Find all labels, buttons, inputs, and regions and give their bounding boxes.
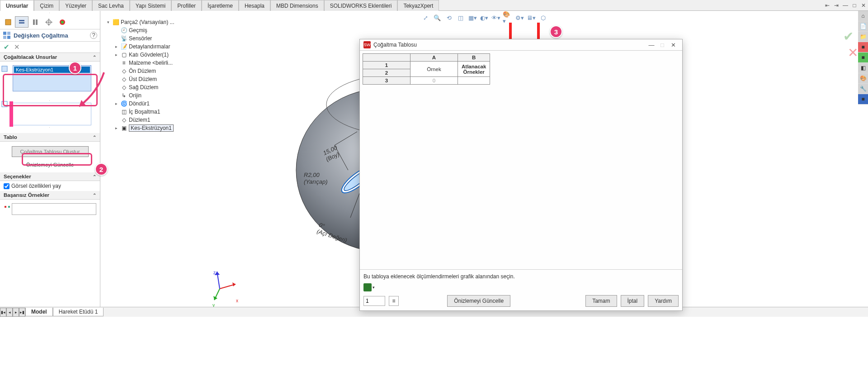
propagate-visual-checkbox[interactable] (4, 183, 9, 189)
taskpane-home-icon[interactable]: ⌂ (858, 11, 868, 21)
panel-drag-handle[interactable]: · (0, 11, 100, 15)
tree-item[interactable]: 🕘Geçmiş (114, 26, 185, 34)
failed-list[interactable] (12, 203, 96, 215)
tree-item[interactable]: ◫İç Boşaltma1 (114, 108, 185, 116)
tree-item[interactable]: ◇Ön Düzlem (114, 67, 185, 75)
dlg-cancel-button[interactable]: İptal (621, 295, 645, 307)
instance-count-stepper[interactable]: ≡ (389, 296, 399, 306)
taskpane-resources-icon[interactable]: 📄 (858, 21, 868, 31)
taskpane-appearances-icon[interactable]: 🎨 (858, 73, 868, 83)
list-resize-handle-2[interactable]: · (4, 125, 96, 129)
tree-item[interactable]: ◇Sağ Düzlem (114, 83, 185, 91)
dlg-update-preview-button[interactable]: Önizlemeyi Güncelle (447, 295, 510, 307)
tab-profiller[interactable]: Profiller (171, 0, 202, 11)
instance-count-input[interactable] (363, 296, 385, 306)
window-minimize-icon[interactable]: — (842, 2, 849, 9)
dim-yaricap[interactable]: R2,00(Yarıçap) (304, 172, 328, 185)
create-table-button[interactable]: Çoğaltma Tablosu Oluştur (12, 146, 89, 157)
tab-tekyaz[interactable]: TekyazXpert (397, 0, 439, 11)
col-a-head[interactable]: A (410, 54, 458, 62)
bottom-tab-model[interactable]: Model (25, 308, 53, 316)
tree-item[interactable]: ▸📝Detaylandırmalar (114, 43, 185, 51)
previous-view-icon[interactable]: ⟲ (444, 13, 454, 23)
view-orientation-icon[interactable]: ▦▾ (467, 13, 477, 23)
tab-mbd[interactable]: MBD Dimensions (270, 0, 324, 11)
collapse-caret-icon[interactable]: ⌃ (93, 55, 96, 60)
tab-eklentiler[interactable]: SOLIDWORKS Eklentileri (324, 0, 398, 11)
section-options-head[interactable]: Seçenekler ⌃ (0, 172, 100, 181)
edit-appearance-icon[interactable]: 🎨▾ (503, 13, 513, 23)
taskpane-item-icon[interactable]: ■ (858, 42, 868, 52)
collapse-caret-icon[interactable]: ⌃ (93, 193, 96, 198)
tree-item[interactable]: ↳Orijin (114, 91, 185, 100)
cell-atlanacak[interactable]: AtlanacakÖrnekler (458, 62, 490, 77)
tab-yapisistemi[interactable]: Yapı Sistemi (130, 0, 171, 11)
confirm-corner-ok-icon[interactable]: ✔ (843, 29, 854, 44)
view-selector-icon[interactable]: ⬡ (538, 13, 548, 23)
row-3-head[interactable]: 3 (363, 77, 410, 85)
window-close-icon[interactable]: ✕ (860, 2, 867, 9)
tree-item[interactable]: 📡Sensörler (114, 34, 185, 43)
tree-item[interactable]: ▸▢Katı Gövdeler(1) (114, 51, 185, 59)
tree-item[interactable]: ▸🌀Döndür1 (114, 100, 185, 108)
taskpane-forum-icon[interactable]: ■ (858, 94, 868, 104)
tab-hesapla[interactable]: Hesapla (239, 0, 270, 11)
nav-prev-icon[interactable]: ◂ (6, 308, 13, 317)
tree-item-selected[interactable]: ▸▣Kes-Ekstrüzyon1 (114, 124, 185, 132)
dialog-minimize-icon[interactable]: — (646, 42, 657, 48)
section-table-head[interactable]: Tablo ⌃ (0, 133, 100, 142)
ok-check-icon[interactable]: ✔ (4, 43, 9, 51)
panel-expand-icon[interactable]: ⇥ (833, 2, 840, 9)
config-manager-icon[interactable] (28, 16, 42, 28)
pattern-table[interactable]: A B 1 Örnek AtlanacakÖrnekler 2 3 0 (363, 53, 490, 85)
cell-b3[interactable] (458, 77, 490, 85)
property-manager-icon[interactable] (15, 16, 28, 28)
taskpane-design-library-icon[interactable]: 📁 (858, 32, 868, 42)
collapse-caret-icon[interactable]: ⌃ (93, 174, 96, 179)
section-view-icon[interactable]: ◫ (456, 13, 466, 23)
nav-next-icon[interactable]: ▸ (13, 308, 19, 317)
dlg-ok-button[interactable]: Tamam (585, 295, 617, 307)
display-style-icon[interactable]: ◐▾ (479, 13, 489, 23)
taskpane-custom-icon[interactable]: 🔧 (858, 84, 868, 94)
view-settings-icon[interactable]: 🖥▾ (526, 13, 536, 23)
zoom-fit-icon[interactable]: ⤢ (420, 13, 430, 23)
dlg-help-button[interactable]: Yardım (648, 295, 679, 307)
taskpane-item-icon[interactable]: ■ (858, 52, 868, 62)
nav-last-icon[interactable]: ▸▮ (19, 308, 25, 317)
dimxpert-icon[interactable] (42, 16, 56, 28)
col-b-head[interactable]: B (458, 54, 490, 62)
tree-root[interactable]: ▾🟨Parça2 (Varsayılan) ... (106, 18, 185, 26)
display-manager-icon[interactable] (56, 16, 69, 28)
tree-item[interactable]: ≡Malzeme <belirli... (114, 59, 185, 67)
bottom-tab-motion[interactable]: Hareket Etüdü 1 (53, 308, 104, 316)
cell-ornek[interactable]: Örnek (410, 62, 458, 77)
excel-export-icon[interactable] (363, 283, 372, 291)
help-icon[interactable]: ? (90, 32, 97, 39)
section-failed-head[interactable]: Başarısız Örnekler ⌃ (0, 191, 100, 200)
collapse-caret-icon[interactable]: ⌃ (93, 135, 96, 140)
tree-item[interactable]: ◇Üst Düzlem (114, 75, 185, 83)
nav-first-icon[interactable]: ▮◂ (0, 308, 6, 317)
update-preview-button[interactable]: Önizlemeyi Güncelle (12, 160, 89, 170)
cell-a3[interactable]: 0 (410, 77, 458, 85)
tab-yuzeyler[interactable]: Yüzeyler (59, 0, 92, 11)
hide-show-icon[interactable]: 👁▾ (491, 13, 501, 23)
feature-tree-icon[interactable] (1, 16, 15, 28)
orientation-triad[interactable] (206, 266, 242, 302)
tab-saclevha[interactable]: Sac Levha (92, 0, 130, 11)
row-1-head[interactable]: 1 (363, 62, 410, 69)
window-restore-icon[interactable]: □ (851, 2, 858, 9)
cancel-x-icon[interactable]: ✕ (14, 43, 20, 51)
tab-cizim[interactable]: Çizim (34, 0, 59, 11)
row-2-head[interactable]: 2 (363, 69, 410, 77)
apply-scene-icon[interactable]: ⚙▾ (514, 13, 524, 23)
taskpane-view-palette-icon[interactable]: ◧ (858, 63, 868, 73)
tab-unsurlar[interactable]: Unsurlar (0, 0, 34, 11)
zoom-area-icon[interactable]: 🔍 (432, 13, 442, 23)
tab-isaretleme[interactable]: İşaretleme (202, 0, 239, 11)
confirm-corner-cancel-icon[interactable]: ✕ (848, 45, 858, 60)
panel-collapse-icon[interactable]: ⇤ (824, 2, 831, 9)
dialog-close-icon[interactable]: ✕ (668, 42, 679, 48)
tree-item[interactable]: ◇Düzlem1 (114, 116, 185, 124)
